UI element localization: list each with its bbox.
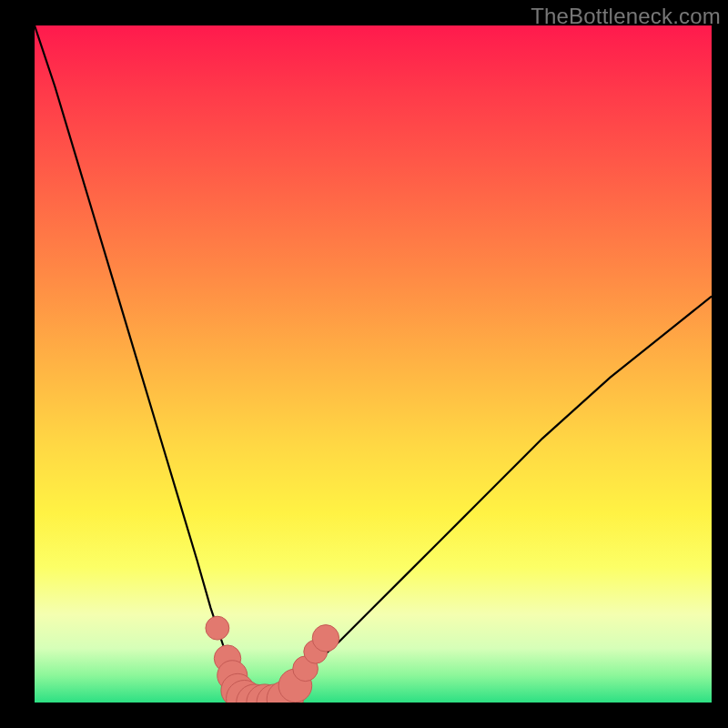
chart-svg — [35, 25, 712, 703]
chart-frame: TheBottleneck.com — [0, 0, 728, 728]
plot-area — [35, 25, 712, 703]
marker-dot — [206, 616, 229, 640]
markers — [206, 616, 339, 703]
marker-dot — [312, 625, 339, 652]
watermark-text: TheBottleneck.com — [531, 4, 721, 29]
left-curve — [35, 25, 258, 702]
